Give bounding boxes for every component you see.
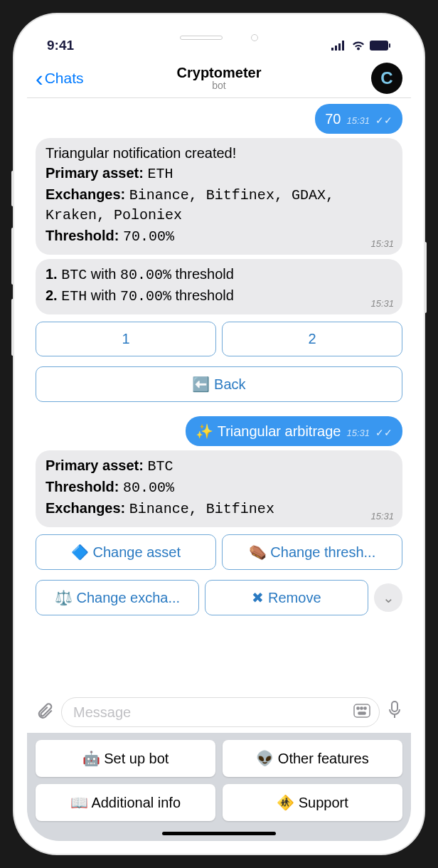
home-indicator[interactable] [162, 832, 276, 835]
chat-subtitle: bot [177, 80, 262, 91]
svg-rect-5 [364, 707, 366, 709]
scroll-down-button[interactable]: ⌄ [374, 583, 402, 612]
change-asset-button[interactable]: 🔷 Change asset [36, 534, 216, 570]
back-label: Chats [45, 70, 84, 87]
read-checks-icon: ✓✓ [375, 426, 392, 439]
svg-rect-7 [392, 702, 397, 711]
change-threshold-button[interactable]: ⚰️ Change thresh... [222, 534, 402, 570]
input-placeholder: Message [73, 704, 131, 721]
svg-rect-3 [357, 707, 359, 709]
option-2-button[interactable]: 2 [222, 322, 402, 356]
incoming-message: Triangular notification created! Primary… [36, 138, 402, 255]
attachment-icon[interactable] [36, 701, 54, 724]
inline-keyboard-row: 🔷 Change asset ⚰️ Change thresh... [36, 531, 402, 573]
cellular-signal-icon [331, 41, 347, 51]
wifi-icon [351, 41, 365, 51]
svg-rect-2 [354, 704, 370, 717]
other-features-button[interactable]: 👽 Other features [223, 740, 402, 777]
stickers-icon[interactable] [353, 704, 370, 721]
back-button[interactable]: ‹ Chats [36, 67, 84, 90]
microphone-icon[interactable] [387, 700, 402, 725]
message-line: Triangular notification created! [46, 144, 392, 162]
chat-header: ‹ Chats Cryptometer bot C [27, 58, 411, 98]
setup-bot-button[interactable]: 🤖 Set up bot [36, 740, 215, 777]
outgoing-message: ✨ Triangular arbitrage 15:31 ✓✓ [36, 416, 402, 446]
incoming-message: 1. BTC with 80.00% threshold 2. ETH with… [36, 259, 402, 314]
svg-rect-4 [360, 707, 363, 709]
message-time: 15:31 [346, 428, 370, 440]
support-button[interactable]: 🚸 Support [223, 784, 402, 821]
inline-keyboard-row: ⬅️ Back [36, 364, 402, 405]
battery-icon [370, 41, 391, 51]
chevron-down-icon: ⌄ [383, 589, 395, 606]
message-list[interactable]: 70 15:31 ✓✓ Triangular notification crea… [27, 98, 411, 692]
message-time: 15:31 [346, 115, 370, 127]
back-inline-button[interactable]: ⬅️ Back [36, 366, 402, 402]
change-exchanges-button[interactable]: ⚖️ Change excha... [36, 580, 199, 615]
reply-keyboard: 🤖 Set up bot 👽 Other features 📖 Addition… [27, 733, 411, 841]
message-input-bar: Message [27, 692, 411, 733]
svg-rect-1 [389, 43, 390, 48]
additional-info-button[interactable]: 📖 Additional info [36, 784, 215, 821]
incoming-message: Primary asset: BTC Threshold: 80.00% Exc… [36, 450, 402, 527]
avatar[interactable]: C [371, 63, 402, 94]
inline-keyboard-row: ⚖️ Change excha... ✖ Remove ⌄ [36, 577, 402, 618]
message-text: 70 [325, 110, 341, 128]
inline-keyboard-row: 1 2 [36, 319, 402, 359]
read-checks-icon: ✓✓ [375, 114, 392, 127]
chat-title: Cryptometer [177, 65, 262, 81]
option-1-button[interactable]: 1 [36, 322, 216, 356]
message-time: 15:31 [370, 238, 394, 250]
screen: 9:41 ‹ Chats Cryptometer bot [27, 27, 411, 841]
status-icons [331, 41, 391, 51]
header-title-block[interactable]: Cryptometer bot [177, 65, 262, 91]
outgoing-message: 70 15:31 ✓✓ [36, 104, 402, 134]
message-text: ✨ Triangular arbitrage [196, 422, 341, 440]
message-input[interactable]: Message [61, 697, 380, 727]
message-time: 15:31 [370, 511, 394, 523]
message-time: 15:31 [370, 298, 394, 310]
chevron-left-icon: ‹ [36, 67, 43, 90]
svg-rect-6 [358, 712, 365, 714]
status-time: 9:41 [47, 38, 74, 53]
svg-rect-0 [370, 41, 388, 51]
remove-button[interactable]: ✖ Remove [205, 580, 368, 615]
